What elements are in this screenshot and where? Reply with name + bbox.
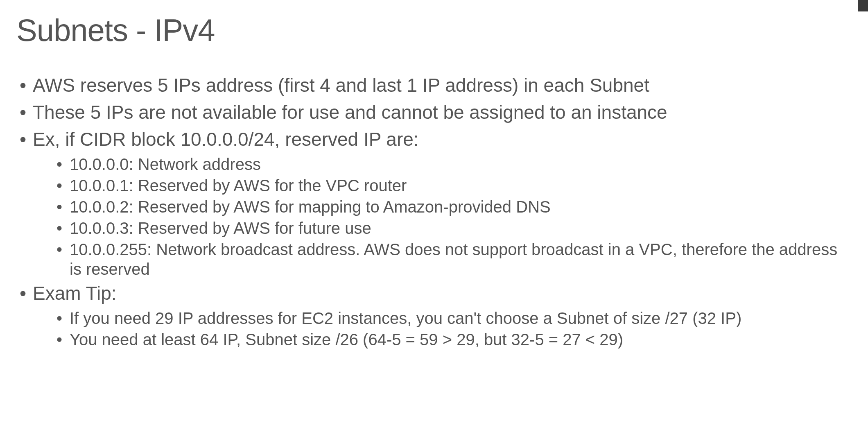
sub-bullet-list: 10.0.0.0: Network address 10.0.0.1: Rese… [33, 154, 852, 279]
corner-mark [858, 0, 868, 11]
list-item: Ex, if CIDR block 10.0.0.0/24, reserved … [16, 127, 852, 279]
sub-list-item-text: 10.0.0.3: Reserved by AWS for future use [70, 219, 371, 237]
slide-title: Subnets - IPv4 [16, 12, 852, 48]
bullet-list: AWS reserves 5 IPs address (first 4 and … [16, 72, 852, 349]
sub-list-item-text: 10.0.0.0: Network address [70, 155, 261, 173]
sub-list-item: If you need 29 IP addresses for EC2 inst… [53, 308, 852, 328]
list-item-text: AWS reserves 5 IPs address (first 4 and … [33, 75, 649, 96]
sub-list-item-text: 10.0.0.255: Network broadcast address. A… [70, 240, 837, 278]
list-item-text: These 5 IPs are not available for use an… [33, 102, 667, 123]
sub-list-item: 10.0.0.255: Network broadcast address. A… [53, 240, 852, 279]
sub-bullet-list: If you need 29 IP addresses for EC2 inst… [33, 308, 852, 349]
sub-list-item: 10.0.0.0: Network address [53, 154, 852, 174]
list-item: Exam Tip: If you need 29 IP addresses fo… [16, 281, 852, 349]
sub-list-item-text: 10.0.0.2: Reserved by AWS for mapping to… [70, 198, 551, 216]
list-item-text: Ex, if CIDR block 10.0.0.0/24, reserved … [33, 129, 419, 150]
sub-list-item-text: 10.0.0.1: Reserved by AWS for the VPC ro… [70, 177, 407, 195]
sub-list-item-text: You need at least 64 IP, Subnet size /26… [70, 330, 623, 348]
sub-list-item: You need at least 64 IP, Subnet size /26… [53, 330, 852, 349]
sub-list-item: 10.0.0.3: Reserved by AWS for future use [53, 218, 852, 238]
sub-list-item-text: If you need 29 IP addresses for EC2 inst… [70, 309, 741, 327]
list-item: These 5 IPs are not available for use an… [16, 100, 852, 125]
list-item-text: Exam Tip: [33, 283, 117, 304]
list-item: AWS reserves 5 IPs address (first 4 and … [16, 72, 852, 98]
sub-list-item: 10.0.0.1: Reserved by AWS for the VPC ro… [53, 176, 852, 195]
sub-list-item: 10.0.0.2: Reserved by AWS for mapping to… [53, 197, 852, 217]
